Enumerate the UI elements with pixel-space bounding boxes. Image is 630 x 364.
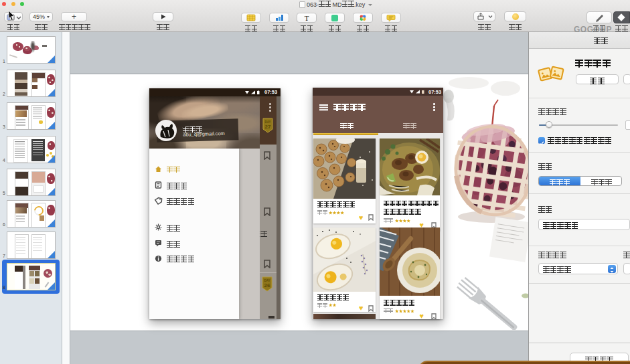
svg-text:27: 27: [265, 124, 271, 130]
svg-text:26: 26: [264, 282, 270, 288]
